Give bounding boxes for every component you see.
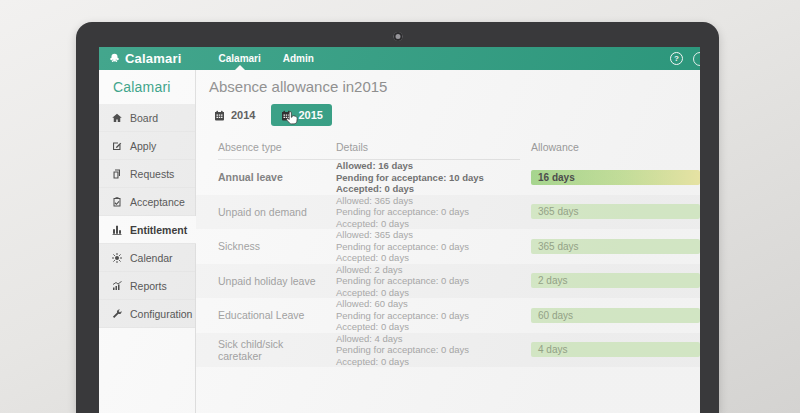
sidebar-item-label: Board <box>130 112 158 124</box>
calendar-icon <box>280 110 293 121</box>
top-navbar: Calamari Calamari Admin ? <box>99 47 700 70</box>
home-icon <box>111 112 123 124</box>
tab-2014[interactable]: 2014 <box>204 104 264 126</box>
year-tabs: 2014 2015 <box>204 104 700 126</box>
app-brand[interactable]: Calamari <box>125 51 182 66</box>
webcam-dot <box>393 32 402 41</box>
pending-line: Pending for acceptance: 0 days <box>336 241 531 253</box>
calendar-icon <box>213 110 226 121</box>
sidebar-item-label: Reports <box>130 280 167 292</box>
topbar-right-group: ? <box>670 52 700 66</box>
column-header-absence-type: Absence type <box>218 141 336 153</box>
allowed-line: Allowed: 60 days <box>336 298 531 310</box>
nav-item-calamari[interactable]: Calamari <box>208 47 272 70</box>
growth-chart-icon <box>111 280 123 292</box>
sidebar-item-label: Calendar <box>130 252 173 264</box>
allowed-line: Allowed: 365 days <box>336 229 531 241</box>
table-header: Absence type Details Allowance <box>196 137 700 159</box>
accepted-line: Accepted: 0 days <box>336 321 531 333</box>
sidebar-item-board[interactable]: Board <box>99 104 195 132</box>
sidebar-item-label: Apply <box>130 140 156 152</box>
main-content: Absence allowance in2015 2014 2015 <box>196 70 700 413</box>
table-row: Educational Leave Allowed: 60 days Pendi… <box>196 298 700 333</box>
sidebar-item-requests[interactable]: Requests <box>99 160 195 188</box>
sidebar-brand: Calamari <box>99 70 195 104</box>
allowance-bar: 4 days <box>531 342 700 357</box>
accepted-line: Accepted: 0 days <box>336 183 531 195</box>
app-screen: Calamari Calamari Admin ? Calamari <box>99 47 700 413</box>
absence-type-cell: Educational Leave <box>218 309 336 321</box>
pending-line: Pending for acceptance: 0 days <box>336 206 531 218</box>
pending-line: Pending for acceptance: 0 days <box>336 275 531 287</box>
allowance-bar: 365 days <box>531 204 700 219</box>
table-row: Annual leave Allowed: 16 days Pending fo… <box>196 160 700 195</box>
pending-line: Pending for acceptance: 0 days <box>336 344 531 356</box>
details-cell: Allowed: 4 days Pending for acceptance: … <box>336 333 531 368</box>
pending-line: Pending for acceptance: 0 days <box>336 310 531 322</box>
page-title: Absence allowance in2015 <box>209 78 700 95</box>
allowance-bar: 16 days <box>531 170 700 185</box>
table-row: Sick child/sick caretaker Allowed: 4 day… <box>196 333 700 368</box>
pending-line: Pending for acceptance: 10 days <box>336 172 531 184</box>
sidebar-item-acceptance[interactable]: Acceptance <box>99 188 195 216</box>
sidebar-item-calendar[interactable]: Calendar <box>99 244 195 272</box>
nav-item-admin[interactable]: Admin <box>272 47 325 70</box>
help-icon[interactable]: ? <box>670 52 683 65</box>
accepted-line: Accepted: 0 days <box>336 287 531 299</box>
sidebar-item-reports[interactable]: Reports <box>99 272 195 300</box>
tab-2015[interactable]: 2015 <box>271 104 331 126</box>
allowance-table: Absence type Details Allowance Annual le… <box>196 137 700 367</box>
laptop-bezel: Calamari Calamari Admin ? Calamari <box>76 22 719 413</box>
table-row: Sickness Allowed: 365 days Pending for a… <box>196 229 700 264</box>
calamari-logo-icon <box>108 52 121 65</box>
clipped-user-icon[interactable] <box>693 52 700 66</box>
column-header-details: Details <box>336 141 531 153</box>
clipboard-check-icon <box>111 196 123 208</box>
tools-icon <box>111 308 123 320</box>
accepted-line: Accepted: 0 days <box>336 252 531 264</box>
absence-type-cell: Unpaid on demand <box>218 206 336 218</box>
absence-type-cell: Unpaid holiday leave <box>218 275 336 287</box>
table-row: Unpaid holiday leave Allowed: 2 days Pen… <box>196 264 700 299</box>
tab-label: 2015 <box>298 109 322 121</box>
details-cell: Allowed: 2 days Pending for acceptance: … <box>336 264 531 299</box>
sidebar-item-configuration[interactable]: Configuration <box>99 300 195 328</box>
sidebar-item-label: Configuration <box>130 308 192 320</box>
bar-chart-icon <box>111 224 123 236</box>
sun-icon <box>111 252 123 264</box>
nav-item-label: Admin <box>283 53 314 64</box>
photo-background: Calamari Calamari Admin ? Calamari <box>0 0 800 413</box>
allowance-bar: 60 days <box>531 308 700 323</box>
accepted-line: Accepted: 0 days <box>336 356 531 368</box>
table-row: Unpaid on demand Allowed: 365 days Pendi… <box>196 195 700 230</box>
absence-type-cell: Sick child/sick caretaker <box>218 338 336 362</box>
allowed-line: Allowed: 16 days <box>336 160 531 172</box>
accepted-line: Accepted: 0 days <box>336 218 531 230</box>
sidebar-item-label: Requests <box>130 168 174 180</box>
allowed-line: Allowed: 2 days <box>336 264 531 276</box>
allowance-bar: 2 days <box>531 273 700 288</box>
sidebar: Calamari Board Apply Requests <box>99 70 196 413</box>
details-cell: Allowed: 16 days Pending for acceptance:… <box>336 160 531 195</box>
details-cell: Allowed: 365 days Pending for acceptance… <box>336 195 531 230</box>
documents-icon <box>111 168 123 180</box>
sidebar-item-label: Entitlement <box>130 224 187 236</box>
nav-item-label: Calamari <box>219 53 261 64</box>
absence-type-cell: Sickness <box>218 240 336 252</box>
allowed-line: Allowed: 4 days <box>336 333 531 345</box>
sidebar-item-label: Acceptance <box>130 196 185 208</box>
column-header-allowance: Allowance <box>531 141 700 153</box>
allowed-line: Allowed: 365 days <box>336 195 531 207</box>
sidebar-item-entitlement[interactable]: Entitlement <box>99 216 196 244</box>
absence-type-cell: Annual leave <box>218 171 336 183</box>
details-cell: Allowed: 60 days Pending for acceptance:… <box>336 298 531 333</box>
allowance-bar: 365 days <box>531 239 700 254</box>
tab-label: 2014 <box>231 109 255 121</box>
pencil-icon <box>111 140 123 152</box>
sidebar-item-apply[interactable]: Apply <box>99 132 195 160</box>
details-cell: Allowed: 365 days Pending for acceptance… <box>336 229 531 264</box>
